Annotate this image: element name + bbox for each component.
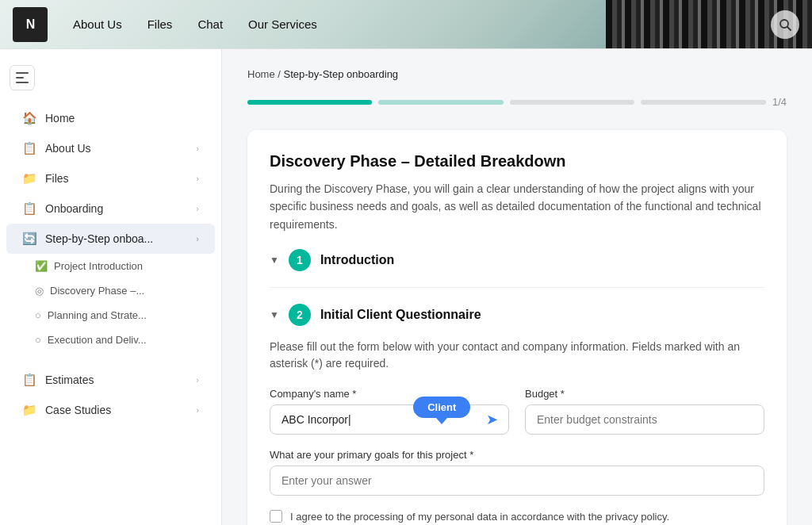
chevron-down-section1: ▼ [270, 255, 279, 266]
section-2-title: Initial Client Questionnaire [320, 308, 481, 322]
chevron-right-icon-files: › [196, 174, 199, 183]
case-studies-icon: 📁 [22, 403, 37, 417]
progress-segment-2 [378, 100, 503, 105]
breadcrumb: Home / Step-by-Step onboarding [247, 68, 787, 80]
sub-label-project-intro: Project Introduction [54, 260, 143, 272]
sidebar-sub-item-planning[interactable]: ○ Planning and Strate... [0, 303, 221, 328]
section-2-num: 2 [289, 304, 311, 326]
sidebar-item-home[interactable]: 🏠 Home [6, 103, 215, 133]
section-1-num: 1 [289, 249, 311, 271]
sidebar-sub-item-project-intro[interactable]: ✅ Project Introduction [0, 254, 221, 278]
sidebar-item-files[interactable]: 📁 Files › [6, 163, 215, 194]
section-1-title: Introduction [320, 253, 394, 267]
circle-icon-execution: ○ [35, 334, 41, 346]
sub-label-discovery: Discovery Phase –... [50, 285, 144, 297]
goals-label: What are your primary goals for this pro… [270, 449, 764, 461]
chevron-right-icon-case: › [196, 405, 199, 415]
circle-dashed-icon: ◎ [35, 285, 44, 297]
progress-label: 1/4 [772, 96, 787, 108]
app-layout: 🏠 Home 📋 About Us › 📁 Files › 📋 Onboardi… [0, 49, 812, 525]
breadcrumb-current: Step-by-Step onboarding [284, 68, 399, 80]
company-field-group: Company's name * Client ➤ [270, 388, 509, 435]
search-button[interactable] [771, 10, 799, 39]
budget-input[interactable] [525, 404, 764, 435]
logo[interactable]: N [13, 7, 48, 42]
sidebar-toggle[interactable] [10, 65, 35, 90]
nav-links: About Us Files Chat Our Services [73, 17, 758, 31]
nav-link-chat[interactable]: Chat [197, 17, 223, 31]
nav-link-about[interactable]: About Us [73, 17, 122, 31]
section-2-header[interactable]: ▼ 2 Initial Client Questionnaire [270, 304, 764, 326]
top-navigation: N About Us Files Chat Our Services [0, 0, 812, 49]
chevron-right-icon: › [196, 144, 199, 153]
privacy-checkbox[interactable] [270, 510, 282, 523]
check-circle-icon: ✅ [35, 260, 48, 272]
goals-field-group: What are your primary goals for this pro… [270, 449, 764, 496]
svg-rect-4 [16, 82, 29, 83]
sidebar-sub-item-discovery[interactable]: ◎ Discovery Phase –... [0, 278, 221, 303]
card-title: Discovery Phase – Detailed Breakdown [270, 152, 764, 171]
sidebar-item-estimates[interactable]: 📋 Estimates › [6, 365, 215, 395]
sidebar-toggle-icon [16, 72, 29, 83]
nav-link-services[interactable]: Our Services [248, 17, 317, 31]
svg-rect-2 [16, 72, 29, 74]
company-label: Company's name * [270, 388, 509, 400]
progress-segment-4 [641, 100, 765, 105]
sidebar-sub-item-execution[interactable]: ○ Execution and Deliv... [0, 328, 221, 352]
sidebar-item-onboarding[interactable]: 📋 Onboarding › [6, 194, 215, 224]
search-icon [779, 18, 791, 31]
privacy-label: I agree to the processing of my personal… [290, 511, 669, 523]
privacy-checkbox-row: I agree to the processing of my personal… [270, 510, 764, 523]
card-description: During the Discovery Phase, you will gai… [270, 180, 764, 233]
sidebar-sub-menu: ✅ Project Introduction ◎ Discovery Phase… [0, 254, 221, 352]
section-divider [270, 287, 764, 288]
main-content: Home / Step-by-Step onboarding 1/4 Disco… [222, 49, 812, 525]
cursor-arrow-icon: ➤ [486, 411, 498, 428]
chevron-right-icon-onboarding: › [196, 204, 199, 213]
progress-segment-1 [247, 100, 372, 105]
circle-icon-planning: ○ [35, 309, 41, 321]
sidebar-item-about[interactable]: 📋 About Us › [6, 133, 215, 163]
estimates-icon: 📋 [22, 373, 37, 387]
chevron-down-section2: ▼ [270, 309, 279, 320]
sidebar: 🏠 Home 📋 About Us › 📁 Files › 📋 Onboardi… [0, 49, 222, 525]
tooltip-arrow [436, 418, 447, 424]
sidebar-item-step-by-step[interactable]: 🔄 Step-by-Step onboa... › [6, 224, 215, 254]
breadcrumb-separator: / [278, 68, 283, 80]
budget-field-group: Budget * [525, 388, 764, 435]
onboarding-icon: 📋 [22, 201, 37, 216]
home-icon: 🏠 [22, 111, 37, 125]
sub-label-execution: Execution and Deliv... [48, 334, 147, 346]
chevron-down-icon: › [196, 234, 199, 243]
company-input-wrapper: Client ➤ [270, 404, 509, 435]
progress-segment-3 [510, 100, 634, 105]
progress-bar: 1/4 [247, 96, 787, 108]
sidebar-item-case-studies[interactable]: 📁 Case Studies › [6, 395, 215, 425]
step-icon: 🔄 [22, 232, 37, 246]
about-icon: 📋 [22, 141, 37, 155]
budget-label: Budget * [525, 388, 764, 400]
main-card: Discovery Phase – Detailed Breakdown Dur… [247, 130, 787, 525]
breadcrumb-home[interactable]: Home [247, 68, 275, 80]
goals-input[interactable] [270, 466, 764, 496]
company-input[interactable] [270, 404, 509, 435]
logo-text: N [26, 17, 35, 32]
sub-label-planning: Planning and Strate... [48, 309, 147, 321]
client-tooltip: Client [413, 397, 470, 418]
svg-line-1 [787, 27, 791, 30]
files-icon: 📁 [22, 171, 37, 186]
section-1-header[interactable]: ▼ 1 Introduction [270, 249, 764, 271]
svg-rect-3 [16, 77, 24, 79]
chevron-right-icon-estimates: › [196, 375, 199, 385]
form-description: Please fill out the form below with your… [270, 339, 764, 372]
nav-link-files[interactable]: Files [147, 17, 173, 31]
form-row-1: Company's name * Client ➤ Budget * [270, 388, 764, 435]
